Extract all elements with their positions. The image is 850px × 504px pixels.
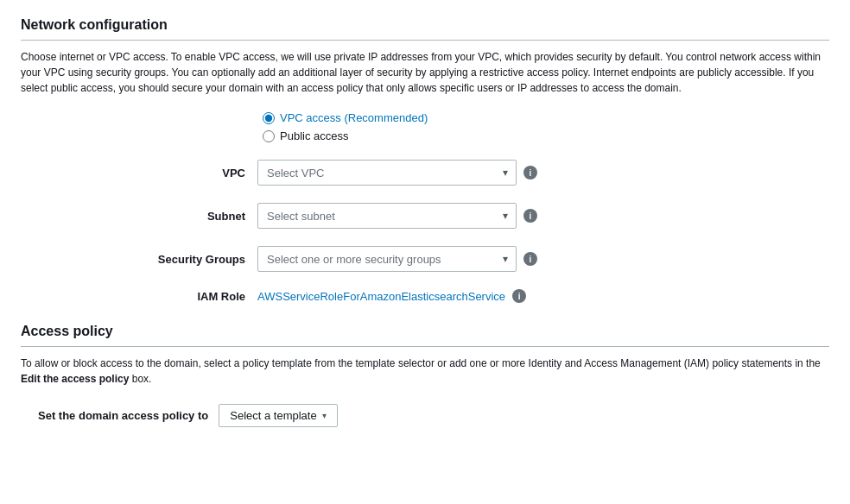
subnet-info-icon[interactable]: i [523, 209, 537, 223]
vpc-select[interactable]: Select VPC [257, 160, 517, 186]
iam-role-label: IAM Role [107, 290, 245, 303]
iam-role-control-wrap: AWSServiceRoleForAmazonElasticsearchServ… [257, 289, 526, 303]
template-chevron-icon: ▾ [322, 411, 327, 420]
public-access-label: Public access [280, 129, 348, 142]
set-policy-label: Set the domain access policy to [38, 409, 208, 422]
network-section-title: Network configuration [21, 17, 829, 33]
vpc-control-wrap: Select VPC i [257, 160, 537, 186]
security-groups-control-wrap: Select one or more security groups i [257, 246, 537, 272]
select-template-button[interactable]: Select a template ▾ [219, 404, 337, 427]
subnet-row: Subnet Select subnet i [21, 203, 829, 229]
access-policy-desc-part2: box. [129, 373, 151, 385]
access-policy-title: Access policy [21, 324, 829, 339]
iam-role-link[interactable]: AWSServiceRoleForAmazonElasticsearchServ… [257, 290, 505, 303]
security-groups-label: Security Groups [107, 253, 245, 266]
vpc-row: VPC Select VPC i [21, 160, 829, 186]
public-access-option[interactable]: Public access [263, 129, 348, 142]
public-access-radio[interactable] [263, 130, 275, 142]
access-policy-section: Access policy To allow or block access t… [21, 324, 829, 427]
policy-template-row: Set the domain access policy to Select a… [21, 404, 829, 427]
subnet-select-wrapper: Select subnet [257, 203, 517, 229]
security-groups-info-icon[interactable]: i [523, 252, 537, 266]
vpc-select-wrapper: Select VPC [257, 160, 517, 186]
vpc-access-radio[interactable] [263, 112, 275, 124]
access-policy-desc-part1: To allow or block access to the domain, … [21, 357, 821, 369]
access-policy-description: To allow or block access to the domain, … [21, 356, 829, 387]
subnet-label: Subnet [107, 210, 245, 223]
access-type-radio-group: VPC access (Recommended) Public access [21, 111, 829, 142]
iam-role-info-icon[interactable]: i [512, 289, 526, 303]
vpc-info-icon[interactable]: i [523, 166, 537, 180]
template-button-label: Select a template [230, 409, 316, 422]
vpc-access-label: VPC access (Recommended) [280, 111, 428, 124]
vpc-label: VPC [107, 167, 245, 180]
access-policy-divider [21, 346, 829, 347]
network-configuration-section: Network configuration Choose internet or… [21, 17, 829, 303]
vpc-access-option[interactable]: VPC access (Recommended) [263, 111, 428, 124]
security-groups-select-wrapper: Select one or more security groups [257, 246, 517, 272]
security-groups-row: Security Groups Select one or more secur… [21, 246, 829, 272]
network-section-divider [21, 40, 829, 41]
access-policy-desc-bold: Edit the access policy [21, 373, 129, 385]
security-groups-select[interactable]: Select one or more security groups [257, 246, 517, 272]
subnet-control-wrap: Select subnet i [257, 203, 537, 229]
subnet-select[interactable]: Select subnet [257, 203, 517, 229]
iam-role-row: IAM Role AWSServiceRoleForAmazonElastics… [21, 289, 829, 303]
network-description: Choose internet or VPC access. To enable… [21, 49, 829, 96]
